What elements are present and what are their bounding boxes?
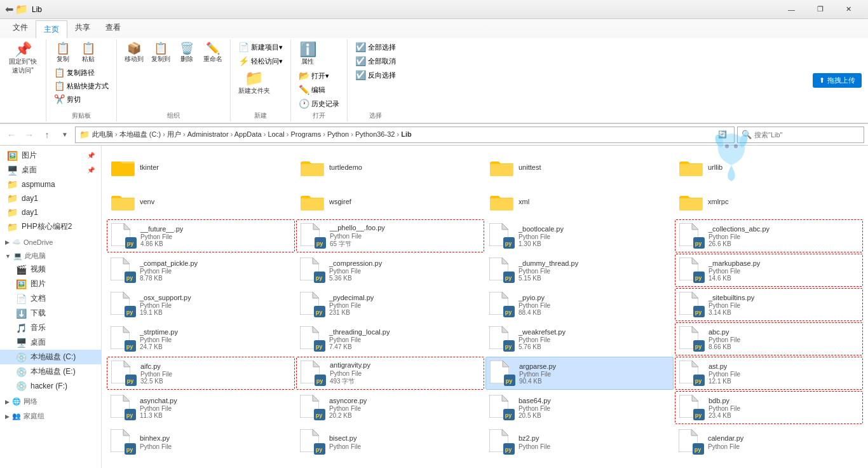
folder-venv[interactable]: venv — [107, 185, 295, 218]
sidebar-category-thispc[interactable]: ▼ 💻 此电脑 — [0, 247, 101, 262]
file-dummy-thread[interactable]: py _dummy_thread.py Python File 5.15 KB — [485, 254, 674, 287]
edit-button[interactable]: ✏️ 编辑 — [296, 83, 328, 96]
file-collections-abc[interactable]: py _collections_abc.py Python File 26.6 … — [675, 219, 863, 252]
back-button[interactable]: ← — [4, 127, 19, 142]
sidebar-item-pictures[interactable]: 🖼️ 图片 📌 — [0, 148, 101, 163]
tab-file[interactable]: 文件 — [5, 19, 36, 38]
file-compression[interactable]: py _compression.py Python File 5.36 KB — [296, 254, 484, 287]
breadcrumb-appdata[interactable]: AppData — [234, 130, 262, 138]
forward-button[interactable]: → — [22, 127, 37, 142]
file-asyncore[interactable]: py asyncore.py Python File 20.2 KB — [296, 391, 484, 424]
file-markupbase[interactable]: py _markupbase.py Python File 14.6 KB — [675, 254, 863, 287]
address-bar[interactable]: 📁 此电脑 › 本地磁盘 (C:) › 用户 › Administrator ›… — [75, 127, 735, 143]
rename-button[interactable]: ✏️ 重命名 — [201, 41, 225, 65]
new-item-button[interactable]: 📄 新建项目▾ — [236, 41, 285, 53]
paste-shortcut-button[interactable]: 📋 粘贴快捷方式 — [51, 79, 111, 92]
file-pyio[interactable]: py _pyio.py Python File 88.4 KB — [485, 288, 674, 321]
breadcrumb-pc[interactable]: 此电脑 — [92, 130, 113, 138]
maximize-button[interactable]: ❐ — [806, 0, 834, 19]
copy-path-button[interactable]: 📋 复制路径 — [51, 66, 97, 79]
file-threading-local[interactable]: py _threading_local.py Python File 7.47 … — [296, 322, 484, 355]
breadcrumb-python[interactable]: Python — [327, 130, 349, 138]
copy-to-button[interactable]: 📋 复制到 — [149, 41, 173, 65]
minimize-button[interactable]: — — [777, 0, 806, 19]
easy-access-button[interactable]: ⚡ 轻松访问▾ — [236, 55, 285, 67]
sidebar-item-documents[interactable]: 📄 文档 — [0, 291, 101, 306]
breadcrumb-users[interactable]: 用户 — [167, 130, 181, 138]
open-button[interactable]: 📂 打开▾ — [296, 69, 332, 82]
file-osx-support[interactable]: py _osx_support.py Python File 19.1 KB — [107, 288, 295, 321]
copy-button[interactable]: 📋 复制 — [51, 41, 74, 65]
folder-unittest[interactable]: unittest — [485, 151, 674, 184]
sidebar-item-desktop2[interactable]: 🖥️ 桌面 — [0, 335, 101, 350]
file-bootlocale[interactable]: py _bootlocale.py Python File 1.30 KB — [485, 219, 674, 252]
file-bdb[interactable]: py bdb.py Python File 23.4 KB — [675, 391, 863, 424]
file-aifc[interactable]: py aifc.py Python File 32.5 KB — [107, 357, 295, 390]
sidebar-category-network[interactable]: ▶ 🌐 网络 — [0, 393, 101, 408]
upload-button[interactable]: ⬆ 拖拽上传 — [813, 73, 862, 88]
new-folder-button[interactable]: 📁 新建文件夹 — [236, 69, 273, 97]
delete-button[interactable]: 🗑️ 删除 — [175, 41, 198, 65]
file-binhex[interactable]: py binhex.py Python File — [107, 425, 295, 458]
file-antigravity[interactable]: py antigravity.py Python File 493 字节 — [296, 357, 484, 390]
file-weakrefset[interactable]: py _weakrefset.py Python File 5.76 KB — [485, 322, 674, 355]
move-to-button[interactable]: 📦 移动到 — [122, 41, 146, 65]
pin-to-quick-access-button[interactable]: 📌 固定到"快速访问" — [5, 41, 41, 77]
file-calendar[interactable]: py calendar.py Python File — [675, 425, 863, 458]
sidebar-item-day1b[interactable]: 📁 day1 — [0, 205, 101, 219]
close-button[interactable]: ✕ — [834, 0, 863, 19]
sidebar-item-local-c[interactable]: 💿 本地磁盘 (C:) — [0, 350, 101, 364]
breadcrumb-lib[interactable]: Lib — [401, 130, 412, 138]
file-sitebuiltins[interactable]: py _sitebuiltins.py Python File 3.14 KB — [675, 288, 863, 321]
history-button[interactable]: 🕐 历史记录 — [296, 97, 342, 110]
paste-button[interactable]: 📋 粘贴 — [77, 41, 100, 65]
search-input[interactable] — [754, 131, 860, 139]
file-bz2[interactable]: py bz2.py Python File — [485, 425, 674, 458]
sidebar-category-onedrive[interactable]: ▶ ☁️ OneDrive — [0, 234, 101, 247]
file-strptime[interactable]: py _strptime.py Python File 24.7 KB — [107, 322, 295, 355]
folder-xml[interactable]: xml — [485, 185, 674, 218]
file-argparse[interactable]: py argparse.py Python File 90.4 KB — [485, 357, 674, 390]
sidebar-item-php[interactable]: 📁 PHP核心编程2 — [0, 219, 101, 234]
sidebar-item-videos[interactable]: 🎬 视频 — [0, 262, 101, 277]
file-pydecimal[interactable]: py _pydecimal.py Python File 231 KB — [296, 288, 484, 321]
select-all-button[interactable]: ☑️ 全部选择 — [353, 41, 398, 53]
sidebar-item-music[interactable]: 🎵 音乐 — [0, 320, 101, 335]
recent-locations-button[interactable]: ▼ — [57, 127, 72, 142]
tab-home[interactable]: 主页 — [36, 20, 67, 38]
sidebar-item-pictures2[interactable]: 🖼️ 图片 — [0, 277, 101, 291]
sidebar-item-hacker-f[interactable]: 💿 hacker (F:) — [0, 379, 101, 393]
up-button[interactable]: ↑ — [39, 127, 55, 142]
sidebar-item-day1a[interactable]: 📁 day1 — [0, 191, 101, 205]
file-future[interactable]: py __future__.py Python File 4.86 KB — [107, 219, 295, 252]
file-asynchat[interactable]: py asynchat.py Python File 11.3 KB — [107, 391, 295, 424]
tab-view[interactable]: 查看 — [98, 19, 128, 38]
folder-tkinter[interactable]: tkinter — [107, 151, 295, 184]
refresh-button[interactable]: 🔄 — [715, 127, 730, 142]
folder-xmlrpc[interactable]: xmlrpc — [675, 185, 863, 218]
file-bisect[interactable]: py bisect.py Python File — [296, 425, 484, 458]
folder-urllib[interactable]: urllib — [675, 151, 863, 184]
breadcrumb-local[interactable]: Local — [268, 130, 284, 138]
breadcrumb-programs[interactable]: Programs — [290, 130, 321, 138]
breadcrumb-c[interactable]: 本地磁盘 (C:) — [119, 130, 161, 138]
select-none-button[interactable]: ☑️ 全部取消 — [353, 55, 398, 67]
sidebar-item-aspmuma[interactable]: 📁 aspmuma — [0, 177, 101, 191]
file-base64[interactable]: py base64.py Python File 20.5 KB — [485, 391, 674, 424]
tab-share[interactable]: 共享 — [67, 19, 98, 38]
sidebar-item-local-e[interactable]: 💿 本地磁盘 (E:) — [0, 364, 101, 379]
sidebar-item-desktop[interactable]: 🖥️ 桌面 📌 — [0, 163, 101, 177]
folder-turtledemo[interactable]: turtledemo — [296, 151, 484, 184]
file-ast[interactable]: py ast.py Python File 12.1 KB — [675, 357, 863, 390]
cut-button[interactable]: ✂️ 剪切 — [51, 93, 83, 106]
properties-button[interactable]: ℹ️ 属性 — [296, 41, 319, 68]
folder-wsgiref[interactable]: wsgiref — [296, 185, 484, 218]
sidebar-category-homegroup[interactable]: ▶ 👥 家庭组 — [0, 408, 101, 422]
file-compat-pickle[interactable]: py _compat_pickle.py Python File 8.78 KB — [107, 254, 295, 287]
file-phello[interactable]: py __phello__.foo.py Python File 65 字节 — [296, 219, 484, 252]
breadcrumb-python36[interactable]: Python36-32 — [355, 130, 395, 138]
file-abc[interactable]: py abc.py Python File 8.66 KB — [675, 322, 863, 355]
sidebar-item-downloads[interactable]: ⬇️ 下载 — [0, 306, 101, 320]
invert-select-button[interactable]: ☑️ 反向选择 — [353, 69, 398, 81]
breadcrumb-admin[interactable]: Administrator — [187, 130, 229, 138]
